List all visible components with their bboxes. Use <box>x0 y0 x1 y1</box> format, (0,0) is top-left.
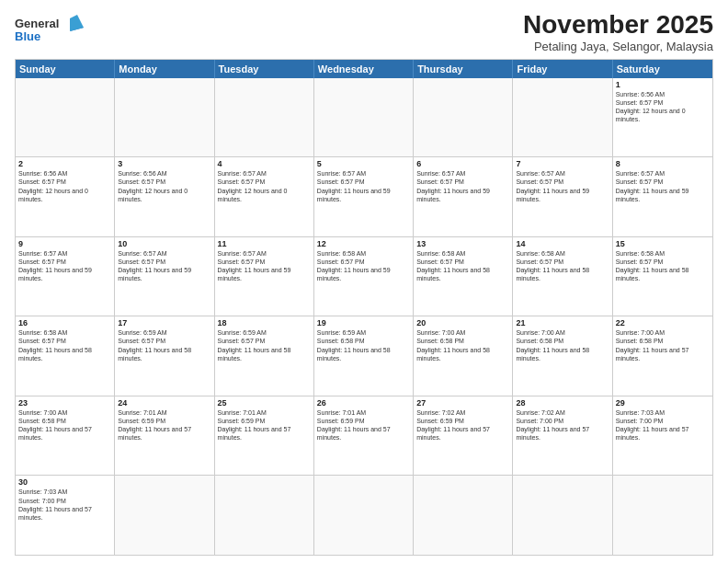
day-info: Sunrise: 6:58 AM Sunset: 6:57 PM Dayligh… <box>18 328 111 362</box>
calendar-cell: 11Sunrise: 6:57 AM Sunset: 6:57 PM Dayli… <box>215 237 314 316</box>
calendar-cell <box>215 476 314 555</box>
day-info: Sunrise: 7:01 AM Sunset: 6:59 PM Dayligh… <box>118 408 210 442</box>
calendar-cell: 4Sunrise: 6:57 AM Sunset: 6:57 PM Daylig… <box>215 157 314 236</box>
calendar-cell: 10Sunrise: 6:57 AM Sunset: 6:57 PM Dayli… <box>115 237 214 316</box>
calendar-cell: 15Sunrise: 6:58 AM Sunset: 6:57 PM Dayli… <box>613 237 712 316</box>
calendar-cell: 26Sunrise: 7:01 AM Sunset: 6:59 PM Dayli… <box>314 396 414 476</box>
calendar-cell: 25Sunrise: 7:01 AM Sunset: 6:59 PM Dayli… <box>215 396 314 476</box>
calendar-cell: 20Sunrise: 7:00 AM Sunset: 6:58 PM Dayli… <box>414 316 513 396</box>
day-number: 17 <box>118 318 210 327</box>
day-info: Sunrise: 6:56 AM Sunset: 6:57 PM Dayligh… <box>616 90 710 123</box>
calendar-cell: 16Sunrise: 6:58 AM Sunset: 6:57 PM Dayli… <box>16 316 115 396</box>
day-number: 12 <box>317 239 410 248</box>
day-number: 15 <box>616 239 710 248</box>
calendar-cell <box>314 78 414 157</box>
day-info: Sunrise: 6:56 AM Sunset: 6:57 PM Dayligh… <box>18 169 111 202</box>
day-number: 30 <box>18 477 111 487</box>
day-number: 21 <box>516 318 609 327</box>
day-info: Sunrise: 6:58 AM Sunset: 6:57 PM Dayligh… <box>317 249 410 282</box>
day-number: 28 <box>516 398 609 408</box>
day-info: Sunrise: 6:59 AM Sunset: 6:57 PM Dayligh… <box>218 328 311 362</box>
day-number: 24 <box>118 398 210 408</box>
month-title: November 2025 <box>523 11 713 40</box>
day-number: 5 <box>317 159 410 168</box>
calendar-cell: 28Sunrise: 7:02 AM Sunset: 7:00 PM Dayli… <box>513 396 612 476</box>
day-info: Sunrise: 7:02 AM Sunset: 7:00 PM Dayligh… <box>516 408 609 442</box>
calendar-cell: 12Sunrise: 6:58 AM Sunset: 6:57 PM Dayli… <box>314 237 414 316</box>
day-info: Sunrise: 7:01 AM Sunset: 6:59 PM Dayligh… <box>317 408 410 442</box>
calendar-row-1: 1Sunrise: 6:56 AM Sunset: 6:57 PM Daylig… <box>16 78 712 157</box>
day-number: 6 <box>416 159 509 168</box>
header-day-tuesday: Tuesday <box>215 60 314 78</box>
page: General Blue November 2025 Petaling Jaya… <box>0 0 728 563</box>
day-number: 10 <box>118 239 210 248</box>
day-info: Sunrise: 7:00 AM Sunset: 6:58 PM Dayligh… <box>18 408 111 442</box>
calendar-cell <box>115 78 214 157</box>
day-number: 26 <box>317 398 410 408</box>
day-info: Sunrise: 7:03 AM Sunset: 7:00 PM Dayligh… <box>18 488 111 521</box>
calendar-row-4: 16Sunrise: 6:58 AM Sunset: 6:57 PM Dayli… <box>16 316 712 396</box>
day-number: 13 <box>416 239 509 248</box>
day-number: 20 <box>416 318 509 327</box>
header-day-wednesday: Wednesday <box>314 60 414 78</box>
day-info: Sunrise: 6:57 AM Sunset: 6:57 PM Dayligh… <box>218 249 311 282</box>
calendar-cell <box>215 78 314 157</box>
day-info: Sunrise: 6:59 AM Sunset: 6:57 PM Dayligh… <box>118 328 210 362</box>
header-day-friday: Friday <box>513 60 612 78</box>
day-number: 4 <box>218 159 311 168</box>
header-day-thursday: Thursday <box>414 60 513 78</box>
calendar-cell <box>414 78 513 157</box>
day-number: 25 <box>218 398 311 408</box>
day-info: Sunrise: 6:58 AM Sunset: 6:57 PM Dayligh… <box>616 249 710 282</box>
day-info: Sunrise: 6:57 AM Sunset: 6:57 PM Dayligh… <box>516 169 609 202</box>
calendar-cell: 23Sunrise: 7:00 AM Sunset: 6:58 PM Dayli… <box>16 396 115 476</box>
calendar-cell: 6Sunrise: 6:57 AM Sunset: 6:57 PM Daylig… <box>414 157 513 236</box>
day-info: Sunrise: 6:56 AM Sunset: 6:57 PM Dayligh… <box>118 169 210 202</box>
logo: General Blue <box>15 11 88 48</box>
svg-text:Blue: Blue <box>15 29 40 43</box>
calendar-row-5: 23Sunrise: 7:00 AM Sunset: 6:58 PM Dayli… <box>16 396 712 476</box>
day-info: Sunrise: 7:02 AM Sunset: 6:59 PM Dayligh… <box>416 408 509 442</box>
header-day-sunday: Sunday <box>16 60 115 78</box>
calendar: SundayMondayTuesdayWednesdayThursdayFrid… <box>15 59 713 556</box>
day-info: Sunrise: 6:57 AM Sunset: 6:57 PM Dayligh… <box>616 169 710 202</box>
day-number: 23 <box>18 398 111 408</box>
header: General Blue November 2025 Petaling Jaya… <box>15 11 713 53</box>
logo-icon: General Blue <box>15 11 88 48</box>
day-number: 9 <box>18 239 111 248</box>
calendar-body: 1Sunrise: 6:56 AM Sunset: 6:57 PM Daylig… <box>16 78 712 555</box>
calendar-cell <box>16 78 115 157</box>
calendar-cell: 19Sunrise: 6:59 AM Sunset: 6:58 PM Dayli… <box>314 316 414 396</box>
header-day-monday: Monday <box>115 60 214 78</box>
calendar-cell <box>314 476 414 555</box>
calendar-cell <box>613 476 712 555</box>
calendar-cell: 30Sunrise: 7:03 AM Sunset: 7:00 PM Dayli… <box>16 476 115 555</box>
calendar-row-3: 9Sunrise: 6:57 AM Sunset: 6:57 PM Daylig… <box>16 236 712 316</box>
calendar-cell: 17Sunrise: 6:59 AM Sunset: 6:57 PM Dayli… <box>115 316 214 396</box>
day-number: 11 <box>218 239 311 248</box>
day-number: 16 <box>18 318 111 327</box>
calendar-cell: 27Sunrise: 7:02 AM Sunset: 6:59 PM Dayli… <box>414 396 513 476</box>
day-number: 8 <box>616 159 710 168</box>
day-number: 29 <box>616 398 710 408</box>
day-number: 2 <box>18 159 111 168</box>
day-info: Sunrise: 7:01 AM Sunset: 6:59 PM Dayligh… <box>218 408 311 442</box>
calendar-cell: 24Sunrise: 7:01 AM Sunset: 6:59 PM Dayli… <box>115 396 214 476</box>
calendar-cell: 3Sunrise: 6:56 AM Sunset: 6:57 PM Daylig… <box>115 157 214 236</box>
day-info: Sunrise: 6:59 AM Sunset: 6:58 PM Dayligh… <box>317 328 410 362</box>
day-number: 22 <box>616 318 710 327</box>
calendar-cell: 29Sunrise: 7:03 AM Sunset: 7:00 PM Dayli… <box>613 396 712 476</box>
calendar-cell: 8Sunrise: 6:57 AM Sunset: 6:57 PM Daylig… <box>613 157 712 236</box>
calendar-cell: 2Sunrise: 6:56 AM Sunset: 6:57 PM Daylig… <box>16 157 115 236</box>
calendar-row-6: 30Sunrise: 7:03 AM Sunset: 7:00 PM Dayli… <box>16 475 712 555</box>
day-number: 18 <box>218 318 311 327</box>
calendar-cell <box>513 476 612 555</box>
calendar-row-2: 2Sunrise: 6:56 AM Sunset: 6:57 PM Daylig… <box>16 156 712 236</box>
day-number: 14 <box>516 239 609 248</box>
calendar-cell: 18Sunrise: 6:59 AM Sunset: 6:57 PM Dayli… <box>215 316 314 396</box>
calendar-header: SundayMondayTuesdayWednesdayThursdayFrid… <box>16 60 712 78</box>
day-info: Sunrise: 7:03 AM Sunset: 7:00 PM Dayligh… <box>616 408 710 442</box>
day-info: Sunrise: 7:00 AM Sunset: 6:58 PM Dayligh… <box>416 328 509 362</box>
calendar-cell <box>115 476 214 555</box>
day-number: 7 <box>516 159 609 168</box>
